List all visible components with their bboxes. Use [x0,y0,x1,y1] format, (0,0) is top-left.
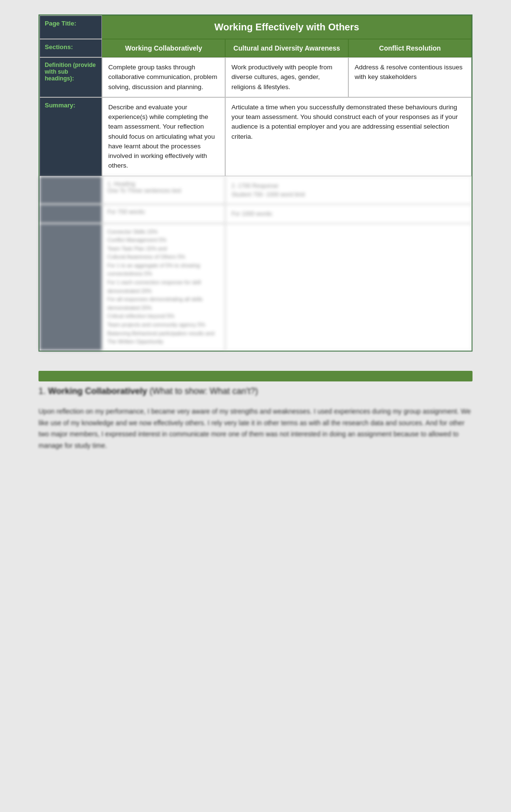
sections-label: Sections: [39,39,102,57]
blurred-label-1 [39,176,102,204]
blurred-col1-row2: For 700 words: [102,204,225,223]
summary-col1: Describe and evaluate your experience(s)… [102,97,225,176]
definition-col2: Work productively with people from diver… [225,57,348,97]
blurred-label-2 [39,204,102,223]
section-heading: 1. Working Collaboratively (What to show… [38,386,473,396]
main-table: Page Title: Working Effectively with Oth… [38,14,473,352]
section-col2-header: Cultural and Diversity Awareness [225,39,348,57]
blurred-label-3 [39,223,102,351]
blurred-col23-row1: 2. 1700 ResponseStudent 700- 1000 word l… [225,176,472,204]
page-title-label: Page Title: [39,15,102,39]
blurred-col23-row2: For 1000 words: [225,204,472,223]
page-title-value: Working Effectively with Others [102,15,472,39]
section-col3-header: Conflict Resolution [348,39,472,57]
blurred-col1-row3: Connector Skills 15% Conflict Management… [102,223,225,351]
summary-label: Summary: [39,97,102,176]
table-grid: Page Title: Working Effectively with Oth… [39,15,472,351]
definition-col1: Complete group tasks through collaborati… [102,57,225,97]
blurred-col23-row3 [225,223,472,351]
summary-col23: Articulate a time when you successfully … [225,97,472,176]
definition-label: Definition (provide with sub headings): [39,57,102,97]
green-bar [38,371,473,381]
section-col1-header: Working Collaboratively [102,39,225,57]
page-container: Page Title: Working Effectively with Oth… [0,0,511,476]
blurred-col1-row1: 1. HeadingOne To Three sentences text [102,176,225,204]
definition-col3: Address & resolve contentious issues wit… [348,57,472,97]
body-text: Upon reflection on my performance, I bec… [38,406,473,452]
below-section: 1. Working Collaboratively (What to show… [38,371,473,452]
